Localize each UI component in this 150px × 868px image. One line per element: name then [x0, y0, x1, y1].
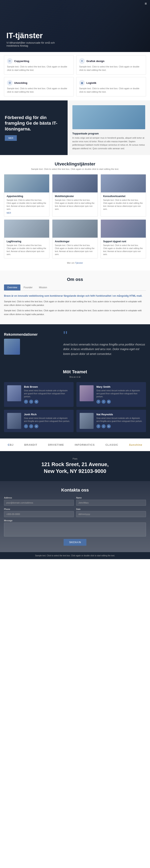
footer-note: Sample text. Click to select the text bo… — [0, 552, 150, 559]
about-text-2: Sample text. Click to select the text bo… — [4, 309, 146, 316]
twitter-icon-bob[interactable]: t — [29, 400, 33, 404]
team-grid: Bob Brown Gras amet minci tincunt molest… — [4, 382, 146, 432]
facebook-icon-mary[interactable]: f — [96, 400, 100, 404]
contact-section: Kontakta oss Address Name Phone Date Mes… — [0, 481, 150, 552]
dev-card-text-5: Sample text. Click to select the text bo… — [103, 244, 143, 256]
promo-right-text: In motu origo sed at semper mus in hendr… — [72, 136, 145, 150]
about-text-1: Sample text. Click to select the text bo… — [4, 300, 146, 307]
see-more-link[interactable]: Tjänster — [75, 262, 83, 264]
service-text-copywriting: Sample text. Click to select the text bo… — [7, 65, 71, 72]
facebook-icon-jonh[interactable]: f — [24, 424, 28, 428]
dev-card-4[interactable]: Ansökningar Sample text. Click to select… — [52, 219, 98, 258]
see-more-text: Mer om — [67, 262, 74, 264]
address-section: Plats 121 Rock Sreet, 21 Avenue, New Yor… — [0, 451, 150, 481]
testimonial-heading: Rekommendationer — [4, 333, 59, 337]
date-label: Date — [76, 508, 146, 510]
linkedin-icon-nat[interactable]: in — [107, 424, 111, 428]
dev-card-img-3 — [4, 220, 49, 238]
team-info-bob: Bob Brown Gras amet minci tincunt molest… — [24, 385, 70, 404]
dev-services-heading: Utvecklingstjänster — [4, 161, 146, 167]
dev-card-img-4 — [52, 220, 97, 238]
team-social-bob: f t in — [24, 400, 70, 404]
phone-input[interactable] — [4, 511, 74, 517]
dev-card-0[interactable]: Apputveckling Sample text. Click to sele… — [4, 174, 50, 217]
team-social-mary: f t in — [96, 400, 143, 404]
testimonial-section: Rekommendationer " Amet luctus venenatis… — [0, 324, 150, 363]
message-textarea[interactable] — [4, 523, 146, 536]
promo-button[interactable]: MER — [5, 135, 17, 141]
footer-text: Sample text. Click to select the text bo… — [4, 555, 146, 557]
about-tabs: Overview Founder Mission — [4, 284, 146, 291]
dev-services-subtitle: Sample text. Click to select the text bo… — [4, 168, 146, 170]
name-input[interactable] — [76, 500, 146, 506]
tab-overview[interactable]: Overview — [4, 284, 21, 290]
team-card-3: Nat Reynolds Gras amet minci tincunt mol… — [77, 410, 146, 432]
dev-card-readmore-0[interactable]: MER — [7, 212, 47, 214]
dev-card-title-0: Apputveckling — [7, 195, 47, 198]
dev-card-5[interactable]: Support dygnet runt Sample text. Click t… — [100, 219, 146, 258]
address-line2: New York, NY 92103-9000 — [4, 468, 146, 475]
team-name-nat: Nat Reynolds — [96, 413, 143, 416]
linkedin-icon-jonh[interactable]: in — [34, 424, 38, 428]
service-title-design: Grafisk design — [86, 60, 104, 63]
dev-card-title-1: Mobilitetsjänster — [55, 195, 95, 198]
service-card-logistics[interactable]: ◉ Logistik Sample text. Click to select … — [76, 77, 146, 96]
design-icon: ✦ — [79, 58, 85, 64]
date-input[interactable] — [76, 511, 146, 517]
service-card-copywriting[interactable]: ✏ Copywriting Sample text. Click to sele… — [4, 55, 74, 74]
testimonial-left: Rekommendationer — [4, 333, 59, 355]
team-text-jonh: Gras amet minci tincunt moleste arle ut … — [24, 417, 70, 423]
promo-image — [72, 105, 145, 129]
logo-3: INFORMATICS — [74, 443, 95, 446]
tab-founder[interactable]: Founder — [21, 284, 36, 290]
dev-card-img-1 — [52, 175, 97, 192]
logo-2: DRIVETIME — [48, 443, 64, 446]
form-group-name: Name — [76, 497, 146, 506]
form-group-message: Message — [4, 520, 146, 536]
address-input[interactable] — [4, 500, 74, 506]
service-title-copywriting: Copywriting — [14, 60, 29, 63]
facebook-icon-nat[interactable]: f — [96, 424, 100, 428]
form-group-date: Date — [76, 508, 146, 517]
dev-card-1[interactable]: Mobilitetsjänster Sample text. Click to … — [52, 174, 98, 217]
team-name-mary: Mary Smith — [96, 385, 143, 388]
logo-1: BRANDIT — [24, 443, 37, 446]
team-name-jonh: Jonh Rich — [24, 413, 70, 416]
about-content: Brave är en innovativ webblösning som ko… — [4, 294, 146, 316]
service-text-development: Sample text. Click to select the text bo… — [7, 87, 71, 93]
twitter-icon-jonh[interactable]: t — [29, 424, 33, 428]
dev-card-title-2: Konsultverksamhet — [103, 195, 143, 198]
twitter-icon-nat[interactable]: t — [101, 424, 106, 428]
tab-mission[interactable]: Mission — [36, 284, 51, 290]
testimonial-quote: Amet luctus venenatis lectus magna fring… — [63, 342, 146, 356]
menu-icon[interactable]: ≡ — [145, 2, 147, 6]
development-icon: ⚙ — [7, 80, 12, 86]
testimonial-right: " Amet luctus venenatis lectus magna fri… — [63, 331, 146, 356]
top-nav: ≡ — [0, 0, 150, 7]
logo-5: Sunshine — [129, 443, 142, 446]
service-title-development: Utveckling — [14, 82, 27, 85]
team-section: Möt Teamet Bra av vi är Bob Brown Gras a… — [0, 363, 150, 438]
linkedin-icon-mary[interactable]: in — [107, 400, 111, 404]
place-label: Plats — [4, 458, 146, 460]
submit-button[interactable]: SKICKA IN — [64, 539, 87, 546]
about-heading: Om oss — [4, 277, 146, 282]
hero-section: IT-tjänster Vi tillhandahåller outsourca… — [0, 0, 150, 52]
facebook-icon-bob[interactable]: f — [24, 400, 28, 404]
dev-card-2[interactable]: Konsultverksamhet Sample text. Click to … — [100, 174, 146, 217]
twitter-icon-mary[interactable]: t — [101, 400, 106, 404]
dev-card-img-2 — [101, 175, 146, 192]
logo-4: CLASSIC — [106, 443, 118, 446]
hero-subtitle: Vi tillhandahåller outsourcade för små o… — [6, 41, 62, 47]
logos-section: CBJ BRANDIT DRIVETIME INFORMATICS CLASSI… — [0, 438, 150, 451]
name-label: Name — [76, 497, 146, 499]
service-card-development[interactable]: ⚙ Utveckling Sample text. Click to selec… — [4, 77, 74, 96]
promo-right: Toppankade program In motu origo sed at … — [68, 100, 150, 155]
linkedin-icon-bob[interactable]: in — [34, 400, 38, 404]
contact-heading: Kontakta oss — [4, 488, 146, 493]
dev-card-3[interactable]: Lagförvaring Sample text. Click to selec… — [4, 219, 50, 258]
service-card-design[interactable]: ✦ Grafisk design Sample text. Click to s… — [76, 55, 146, 74]
about-section: Om oss Overview Founder Mission Brave är… — [0, 271, 150, 324]
dev-card-img-0 — [4, 175, 49, 192]
hero-content: IT-tjänster Vi tillhandahåller outsourca… — [6, 32, 62, 47]
